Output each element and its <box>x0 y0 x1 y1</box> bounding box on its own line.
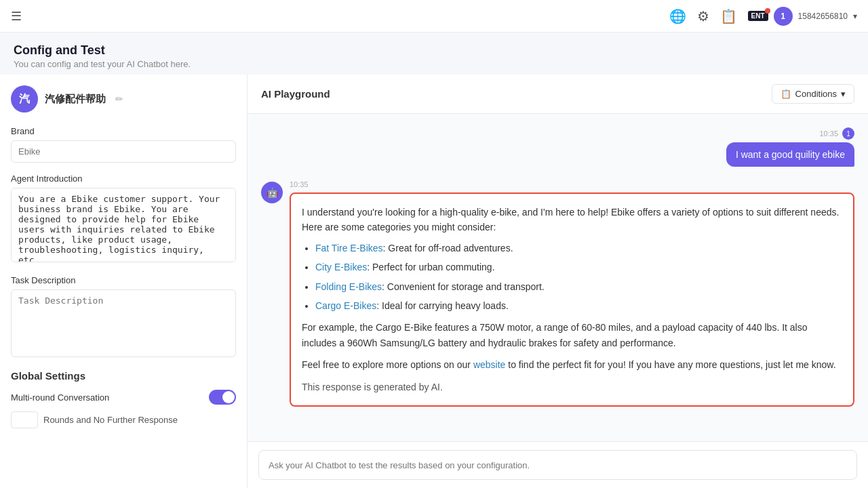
user-id: 15842656810 <box>798 12 848 21</box>
global-settings-title: Global Settings <box>11 370 236 382</box>
user-message-time: 10:35 <box>819 129 838 138</box>
chat-panel-header: AI Playground 📋 Conditions ▾ <box>248 75 868 114</box>
cargo-desc: : Ideal for carrying heavy loads. <box>376 300 509 311</box>
topbar-left: ☰ <box>11 9 22 24</box>
topbar: ☰ 🌐 ⚙ 📋 ENT 1 15842656810 ▾ <box>0 0 868 33</box>
chat-input[interactable] <box>258 450 857 480</box>
folding-ebikes-link[interactable]: Folding E-Bikes <box>315 281 382 292</box>
brand-label: Brand <box>11 126 236 136</box>
message-count-badge: 1 <box>842 127 854 140</box>
folding-desc: : Convenient for storage and transport. <box>382 281 545 292</box>
website-link[interactable]: website <box>473 359 505 370</box>
agent-intro-textarea[interactable]: You are a Ebike customer support. Your b… <box>11 188 236 262</box>
list-item: Cargo E-Bikes: Ideal for carrying heavy … <box>315 298 842 313</box>
page-subtitle: You can config and test your AI Chatbot … <box>14 59 854 69</box>
task-desc-textarea[interactable] <box>11 289 236 357</box>
playground-title: AI Playground <box>261 88 330 100</box>
page-wrapper: Config and Test You can config and test … <box>0 33 868 488</box>
sidebar: 汽 汽修配件帮助 ✏ Brand Ebike Agent Introductio… <box>0 75 248 488</box>
rounds-input[interactable]: 3 <box>11 411 38 428</box>
bot-message-avatar: 🤖 <box>261 182 283 203</box>
chat-panel: AI Playground 📋 Conditions ▾ 10:35 1 <box>248 75 868 488</box>
agent-intro-field-group: Agent Introduction You are a Ebike custo… <box>11 174 236 264</box>
bot-avatar: 汽 <box>11 85 38 113</box>
bot-header: 汽 汽修配件帮助 ✏ <box>11 85 236 113</box>
fat-tire-link[interactable]: Fat Tire E-Bikes <box>315 243 383 253</box>
list-item: Fat Tire E-Bikes: Great for off-road adv… <box>315 241 842 256</box>
edit-icon[interactable]: ✏ <box>115 94 123 104</box>
multi-round-label: Multi-round Conversation <box>11 392 109 403</box>
hamburger-icon[interactable]: ☰ <box>11 9 22 24</box>
main-content: 汽 汽修配件帮助 ✏ Brand Ebike Agent Introductio… <box>0 75 868 488</box>
bot-response-box: I understand you're looking for a high-q… <box>290 192 854 407</box>
agent-intro-label: Agent Introduction <box>11 174 236 184</box>
globe-icon[interactable]: 🌐 <box>669 8 686 24</box>
toggle-knob <box>222 391 235 403</box>
bot-bubble-content: 10:35 I understand you're looking for a … <box>290 180 854 407</box>
user-message-time-row: 10:35 1 <box>819 127 854 140</box>
rounds-row: 3 Rounds and No Further Response <box>11 411 236 428</box>
user-badge: ENT 1 15842656810 ▾ <box>748 7 857 26</box>
task-desc-field-group: Task Description <box>11 275 236 359</box>
page-title: Config and Test <box>14 43 854 58</box>
chat-messages: 10:35 1 I want a good quility ebike 🤖 10… <box>248 114 868 441</box>
list-item: City E-Bikes: Perfect for urban commutin… <box>315 260 842 274</box>
topbar-right: 🌐 ⚙ 📋 ENT 1 15842656810 ▾ <box>669 7 857 26</box>
chat-input-area <box>248 441 868 488</box>
user-bubble: I want a good quility ebike <box>726 142 854 167</box>
cargo-ebikes-link[interactable]: Cargo E-Bikes <box>315 300 376 311</box>
conditions-label: Conditions <box>795 89 837 99</box>
chevron-down-icon[interactable]: ▾ <box>853 12 857 21</box>
conditions-icon: 📋 <box>781 89 791 99</box>
ai-notice-text: This response is generated by AI. <box>302 380 842 394</box>
multi-round-toggle[interactable] <box>209 390 236 405</box>
bot-message-time: 10:35 <box>290 180 854 188</box>
cargo-detail-text: For example, the Cargo E-Bike features a… <box>302 320 842 350</box>
city-ebikes-link[interactable]: City E-Bikes <box>315 262 367 272</box>
fat-tire-desc: : Great for off-road adventures. <box>383 243 513 253</box>
bot-message: 🤖 10:35 I understand you're looking for … <box>261 180 854 407</box>
brand-input[interactable]: Ebike <box>11 140 236 163</box>
bot-intro-text: I understand you're looking for a high-q… <box>302 205 842 235</box>
rounds-suffix: Rounds and No Further Response <box>43 415 178 425</box>
page-header: Config and Test You can config and test … <box>0 33 868 75</box>
bot-items-list: Fat Tire E-Bikes: Great for off-road adv… <box>315 241 842 314</box>
settings-icon[interactable]: ⚙ <box>697 8 709 24</box>
cta-text: Feel free to explore more options on our… <box>302 357 842 372</box>
user-message: 10:35 1 I want a good quility ebike <box>261 127 854 167</box>
conditions-button[interactable]: 📋 Conditions ▾ <box>772 84 854 104</box>
brand-field-group: Brand Ebike <box>11 126 236 163</box>
city-desc: : Perfect for urban commuting. <box>367 262 494 272</box>
document-icon[interactable]: 📋 <box>720 8 737 24</box>
avatar[interactable]: 1 <box>774 7 793 26</box>
multi-round-toggle-row: Multi-round Conversation <box>11 390 236 405</box>
conditions-chevron-icon: ▾ <box>841 89 846 99</box>
bot-name: 汽修配件帮助 <box>45 93 106 106</box>
task-desc-label: Task Description <box>11 275 236 285</box>
list-item: Folding E-Bikes: Convenient for storage … <box>315 279 842 294</box>
ent-tag: ENT <box>748 11 768 21</box>
